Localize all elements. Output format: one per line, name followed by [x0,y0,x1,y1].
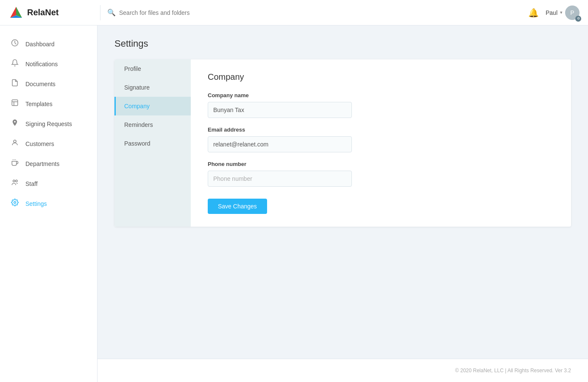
sidebar-item-notifications[interactable]: Notifications [0,54,97,74]
settings-icon [10,199,20,208]
sidebar-label-customers: Customers [25,140,54,147]
company-name-input[interactable] [208,102,352,118]
signing-requests-icon [10,119,20,129]
page-title: Settings [114,38,571,49]
phone-input[interactable] [208,171,352,187]
departments-icon [10,159,20,169]
email-input[interactable] [208,136,352,152]
topnav: RelaNet 🔍 🔔 Paul ▾ P ⚙ [0,0,588,25]
svg-rect-4 [12,100,18,106]
user-area[interactable]: Paul ▾ P ⚙ [546,6,580,20]
svg-point-7 [14,140,16,143]
sidebar-item-settings[interactable]: Settings [0,194,97,213]
settings-panel: Profile Signature Company Reminders Pass… [114,59,571,227]
form-title: Company [208,72,554,82]
sidebar-item-documents[interactable]: Documents [0,74,97,94]
settings-menu-item-company[interactable]: Company [114,97,191,115]
svg-point-11 [13,180,15,182]
sidebar-item-signing-requests[interactable]: Signing Requests [0,114,97,134]
sidebar-label-signing-requests: Signing Requests [25,121,72,127]
search-icon: 🔍 [107,8,116,17]
company-form: Company Company name Email address Phone… [191,59,571,227]
customers-icon [10,139,20,149]
svg-point-12 [16,180,18,182]
main-content: Settings Profile Signature Company Remin… [98,25,588,359]
sidebar-item-departments[interactable]: Departments [0,154,97,174]
company-name-label: Company name [208,92,554,98]
documents-icon [10,79,20,89]
sidebar-label-documents: Documents [25,81,56,87]
save-changes-button[interactable]: Save Changes [208,199,267,214]
notification-bell-icon[interactable]: 🔔 [528,8,539,18]
settings-menu-item-signature[interactable]: Signature [114,78,191,97]
sidebar-label-templates: Templates [25,101,53,107]
sidebar-item-staff[interactable]: Staff [0,174,97,194]
search-area: 🔍 [107,8,528,17]
sidebar-label-dashboard: Dashboard [25,41,55,48]
footer: © 2020 RelaNet, LLC | All Rights Reserve… [98,359,588,382]
sidebar-label-notifications: Notifications [25,61,58,67]
phone-label: Phone number [208,161,554,167]
sidebar-label-staff: Staff [25,180,38,187]
staff-icon [10,179,20,188]
app-name: RelaNet [27,8,59,17]
dashboard-icon [10,39,20,49]
search-input[interactable] [119,9,246,16]
templates-icon [10,99,20,109]
settings-menu: Profile Signature Company Reminders Pass… [114,59,191,227]
sidebar-label-departments: Departments [25,160,59,167]
chevron-down-icon: ▾ [560,10,563,15]
nav-right: 🔔 Paul ▾ P ⚙ [528,6,580,20]
phone-group: Phone number [208,161,554,187]
sidebar-item-dashboard[interactable]: Dashboard [0,34,97,54]
nav-divider [100,5,100,20]
sidebar-item-templates[interactable]: Templates [0,94,97,114]
layout: Dashboard Notifications Documents Templa… [0,25,588,382]
user-name: Paul [546,9,557,16]
avatar: P ⚙ [565,6,580,20]
sidebar-label-settings: Settings [25,200,47,207]
settings-menu-item-reminders[interactable]: Reminders [114,115,191,134]
footer-text: © 2020 RelaNet, LLC | All Rights Reserve… [455,368,571,374]
notifications-icon [10,59,20,69]
email-group: Email address [208,126,554,152]
sidebar: Dashboard Notifications Documents Templa… [0,25,98,382]
settings-menu-item-password[interactable]: Password [114,134,191,153]
sidebar-item-customers[interactable]: Customers [0,134,97,154]
company-name-group: Company name [208,92,554,118]
gear-icon: ⚙ [575,16,581,22]
svg-point-13 [14,202,16,204]
email-label: Email address [208,126,554,133]
logo-icon [8,5,24,20]
logo-area: RelaNet [8,5,93,20]
settings-menu-item-profile[interactable]: Profile [114,59,191,78]
